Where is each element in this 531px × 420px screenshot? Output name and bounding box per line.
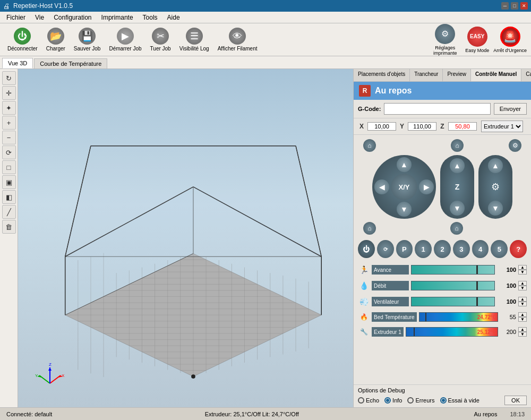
- pan-button[interactable]: ✦: [2, 101, 16, 115]
- extruder-temp-down[interactable]: ▼: [518, 332, 527, 337]
- start-job-button[interactable]: ▶ Démarrer Job: [106, 25, 144, 54]
- debug-info[interactable]: Info: [384, 397, 402, 404]
- debug-essai[interactable]: Essai à vide: [440, 397, 479, 404]
- side-view-button[interactable]: ◧: [2, 190, 16, 204]
- preset-3-button[interactable]: 3: [453, 240, 470, 258]
- extruder-temp-bar[interactable]: 25,12°C: [406, 327, 498, 337]
- zoom-out-button[interactable]: −: [2, 131, 16, 144]
- fan-down-button[interactable]: ▼: [518, 302, 527, 306]
- close-button[interactable]: ✕: [520, 2, 528, 10]
- e-plus-button[interactable]: ▲: [488, 158, 503, 173]
- echo-radio[interactable]: [358, 397, 364, 404]
- menubar: Fichier Vie Configuration Imprimante Too…: [0, 12, 531, 23]
- move-button[interactable]: ✛: [2, 86, 16, 100]
- debug-erreurs[interactable]: Erreurs: [407, 397, 434, 404]
- menu-vie[interactable]: Vie: [31, 13, 48, 22]
- debug-echo[interactable]: Echo: [358, 397, 379, 404]
- menu-imprimante[interactable]: Imprimante: [97, 13, 138, 22]
- y-plus-button[interactable]: ▲: [397, 157, 412, 172]
- home-all-button[interactable]: ⌂: [363, 222, 376, 235]
- tab-trancheur[interactable]: Trancheur: [410, 69, 443, 81]
- save-job-button[interactable]: 💾 Sauver Job: [71, 25, 104, 54]
- reset-view-button[interactable]: ⟳: [2, 145, 16, 159]
- fan-up-button[interactable]: ▲: [518, 297, 527, 302]
- line-button[interactable]: ╱: [2, 205, 16, 219]
- show-filament-button[interactable]: 👁 Afficher Filament: [215, 25, 261, 54]
- front-view-button[interactable]: □: [2, 160, 16, 174]
- load-button[interactable]: 📂 Charger: [43, 25, 68, 54]
- bed-temp-spinner[interactable]: ▲ ▼: [518, 312, 527, 322]
- bed-temp-up[interactable]: ▲: [518, 312, 527, 317]
- erreurs-radio[interactable]: [407, 397, 414, 404]
- gcode-send-button[interactable]: Envoyer: [494, 103, 527, 115]
- window-controls[interactable]: ─ □ ✕: [501, 2, 528, 10]
- debug-ok-button[interactable]: OK: [504, 396, 527, 405]
- flow-up-button[interactable]: ▲: [518, 281, 527, 286]
- top-view-button[interactable]: ▣: [2, 175, 16, 189]
- stop-icon: 🚨: [500, 27, 520, 47]
- menu-tools[interactable]: Tools: [139, 13, 162, 22]
- tab-vue3d[interactable]: Vue 3D: [2, 58, 33, 68]
- fan-spinner[interactable]: ▲ ▼: [518, 297, 527, 306]
- x-plus-button[interactable]: ▶: [419, 179, 434, 194]
- rotate-view-button[interactable]: ↻: [2, 71, 16, 85]
- maximize-button[interactable]: □: [511, 2, 518, 10]
- menu-fichier[interactable]: Fichier: [2, 13, 30, 22]
- flow-track[interactable]: [411, 281, 495, 290]
- preset-1-button[interactable]: 1: [415, 240, 432, 258]
- e-minus-button[interactable]: ▼: [488, 201, 503, 216]
- park-button[interactable]: P: [396, 240, 413, 258]
- easy-mode-button[interactable]: EASY Easy Mode: [465, 27, 489, 53]
- preset-5-button[interactable]: 5: [491, 240, 508, 258]
- z-bottom-home-button[interactable]: ⌂: [450, 222, 463, 235]
- svg-line-51: [39, 375, 50, 383]
- preset-4-button[interactable]: 4: [472, 240, 489, 258]
- settings-e-button[interactable]: ⚙: [509, 139, 521, 152]
- preset-2-button[interactable]: 2: [434, 240, 451, 258]
- speed-track[interactable]: [411, 265, 495, 275]
- speed-down-button[interactable]: ▼: [518, 270, 527, 275]
- z-minus-button[interactable]: ▼: [450, 201, 465, 216]
- view-tabs: Vue 3D Courbe de Température: [0, 56, 531, 69]
- tab-temperature-curve[interactable]: Courbe de Température: [34, 58, 107, 68]
- gcode-input[interactable]: [384, 103, 490, 115]
- y-minus-button[interactable]: ▼: [397, 202, 412, 217]
- extruder-temp-spinner[interactable]: ▲ ▼: [518, 327, 527, 337]
- tab-controle-manuel[interactable]: Contrôle Manuel: [471, 69, 521, 81]
- log-visibility-button[interactable]: ☰ Visibilité Log: [176, 25, 212, 54]
- speed-up-button[interactable]: ▲: [518, 265, 527, 270]
- x-minus-button[interactable]: ◀: [374, 179, 389, 194]
- minimize-button[interactable]: ─: [501, 2, 509, 10]
- kill-job-button[interactable]: ✂ Tuer Job: [147, 25, 174, 54]
- home-z-top-button[interactable]: ⌂: [451, 139, 464, 152]
- flow-spinner[interactable]: ▲ ▼: [518, 281, 527, 290]
- tab-placements[interactable]: Placements d'objets: [354, 69, 410, 81]
- tab-preview[interactable]: Preview: [443, 69, 471, 81]
- printer-settings-button[interactable]: ⚙ Réglages imprimante: [429, 24, 461, 56]
- menu-configuration[interactable]: Configuration: [49, 13, 96, 22]
- home-xy-button[interactable]: ⌂: [363, 139, 376, 152]
- tab-carte-sd[interactable]: Carte SD: [521, 69, 531, 81]
- extruder-temp-up[interactable]: ▲: [518, 327, 527, 332]
- menu-aide[interactable]: Aide: [163, 13, 184, 22]
- zoom-in-button[interactable]: +: [2, 116, 16, 130]
- disconnect-button[interactable]: ⏻ Déconnecter: [4, 25, 41, 54]
- power-button[interactable]: ⏻: [358, 240, 375, 258]
- bed-temp-bar[interactable]: 24,72°C: [419, 312, 498, 322]
- refresh-button[interactable]: ⟳: [377, 240, 394, 258]
- emergency-stop-button[interactable]: 🚨 Arrêt d'Urgence: [493, 27, 527, 53]
- fan-track[interactable]: [411, 297, 495, 306]
- y-axis-label: Y: [398, 123, 406, 130]
- info-radio[interactable]: [384, 397, 391, 404]
- help-button[interactable]: ?: [510, 240, 527, 258]
- flow-down-button[interactable]: ▼: [518, 286, 527, 290]
- delete-button[interactable]: 🗑: [2, 220, 16, 234]
- bed-temp-down[interactable]: ▼: [518, 317, 527, 322]
- essai-radio[interactable]: [440, 397, 447, 404]
- speed-spinner[interactable]: ▲ ▼: [518, 265, 527, 275]
- z-plus-button[interactable]: ▲: [450, 158, 465, 173]
- debug-title: Options de Debug: [358, 387, 527, 393]
- xy-home-button[interactable]: X/Y: [391, 174, 417, 200]
- extruder-select[interactable]: Extrudeur 1: [481, 121, 523, 132]
- 3d-viewport[interactable]: X Y Z: [18, 69, 353, 407]
